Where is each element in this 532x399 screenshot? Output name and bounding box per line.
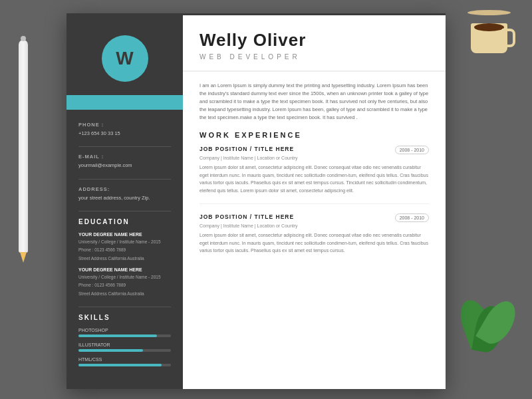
skill-illustrator-bar-fill: [78, 349, 143, 352]
degree-2-address: Street Address California Australia: [78, 291, 171, 297]
divider-4: [78, 307, 171, 307]
job-1-company: Company | Institute Name | Location or C…: [200, 156, 429, 160]
avatar-section: W: [66, 13, 183, 90]
resume-job-title: WEB DEVELOPER: [200, 53, 429, 61]
degree-1-title: YOUR DEGREE NAME HERE: [78, 232, 171, 237]
job-1-date: 2008 - 2010: [395, 146, 429, 154]
email-section: E-MAIL : yourmail@example.com: [78, 154, 171, 169]
job-2-description: Lorem ipsum dolor sit amet, consectetur …: [200, 231, 429, 255]
skill-photoshop-bar-bg: [78, 334, 171, 337]
degree-1-phone: Phone : 0123 4566 7889: [78, 247, 171, 253]
resume-card: W PHONE : +123 654 30 33 15 E-MAIL : you…: [66, 13, 446, 389]
skills-section: SKILLS PHOTOSHOP ILLUSTRATOR HTML/CSS: [78, 314, 171, 366]
job-1-description: Lorem ipsum dolor sit amet, consectetur …: [200, 164, 429, 194]
email-value: yourmail@example.com: [78, 162, 171, 169]
phone-label: PHONE :: [78, 122, 171, 128]
address-section: ADDRESS: your street address, country Zi…: [78, 186, 171, 201]
skill-illustrator-bar-bg: [78, 349, 171, 352]
education-section: EDUCATION YOUR DEGREE NAME HERE Universi…: [78, 218, 171, 297]
divider-2: [78, 179, 171, 180]
divider-1: [78, 146, 171, 147]
job-2-date: 2008 - 2010: [395, 213, 429, 222]
work-item-2-header: JOB POSITION / TITLE HERE 2008 - 2010: [200, 213, 429, 222]
plant-decoration: [462, 299, 515, 379]
degree-2-phone: Phone : 0123 4566 7889: [78, 282, 171, 289]
work-experience-title: WORK EXPERIENCE: [200, 131, 429, 139]
avatar-initial: W: [116, 48, 133, 69]
skill-html-bar-bg: [78, 364, 171, 366]
phone-value: +123 654 30 33 15: [78, 130, 171, 137]
header-section: Welly Oliver WEB DEVELOPER: [183, 15, 446, 72]
main-content: Welly Oliver WEB DEVELOPER I am an Lorem…: [183, 13, 446, 389]
skill-photoshop-bar-fill: [78, 334, 157, 337]
skill-photoshop-name: PHOTOSHOP: [78, 328, 171, 332]
skill-html-bar-fill: [78, 364, 162, 366]
skill-html: HTML/CSS: [78, 357, 171, 366]
avatar: W: [102, 35, 148, 82]
skills-title: SKILLS: [78, 314, 171, 321]
sidebar-content: PHONE : +123 654 30 33 15 E-MAIL : yourm…: [66, 110, 183, 389]
skill-html-name: HTML/CSS: [78, 357, 171, 362]
skill-photoshop: PHOTOSHOP: [78, 328, 171, 337]
sidebar: W PHONE : +123 654 30 33 15 E-MAIL : you…: [66, 13, 183, 389]
pencil-decoration: [19, 40, 28, 253]
main-body: I am an Lorem Ipsum is simply dummy text…: [183, 72, 446, 389]
divider-3: [78, 211, 171, 211]
resume-name: Welly Oliver: [200, 30, 429, 51]
degree-1-university: University / College / Institute Name - …: [78, 239, 171, 245]
degree-2-block: YOUR DEGREE NAME HERE University / Colle…: [78, 267, 171, 297]
coffee-saucer: [467, 10, 511, 15]
phone-section: PHONE : +123 654 30 33 15: [78, 122, 171, 137]
work-item-2: JOB POSITION / TITLE HERE 2008 - 2010 Co…: [200, 213, 429, 264]
skill-illustrator: ILLUSTRATOR: [78, 342, 171, 352]
work-item-1-header: JOB POSITION / TITLE HERE 2008 - 2010: [200, 146, 429, 154]
coffee-surface: [474, 23, 504, 31]
work-item-1: JOB POSITION / TITLE HERE 2008 - 2010 Co…: [200, 146, 429, 204]
education-title: EDUCATION: [78, 218, 171, 225]
coffee-decoration: [466, 10, 512, 57]
address-label: ADDRESS:: [78, 186, 171, 192]
coffee-cup: [471, 23, 507, 53]
intro-text: I am an Lorem Ipsum is simply dummy text…: [200, 82, 429, 122]
job-1-position: JOB POSITION / TITLE HERE: [200, 146, 294, 152]
job-2-company: Company | Institute Name | Location or C…: [200, 223, 429, 228]
degree-2-title: YOUR DEGREE NAME HERE: [78, 267, 171, 272]
accent-bar: [66, 95, 183, 110]
degree-1-address: Street Address California Australia: [78, 255, 171, 262]
job-2-position: JOB POSITION / TITLE HERE: [200, 213, 294, 220]
email-label: E-MAIL :: [78, 154, 171, 160]
skill-illustrator-name: ILLUSTRATOR: [78, 342, 171, 347]
degree-2-university: University / College / Institute Name - …: [78, 274, 171, 281]
address-value: your street address, country Zip.: [78, 194, 171, 201]
